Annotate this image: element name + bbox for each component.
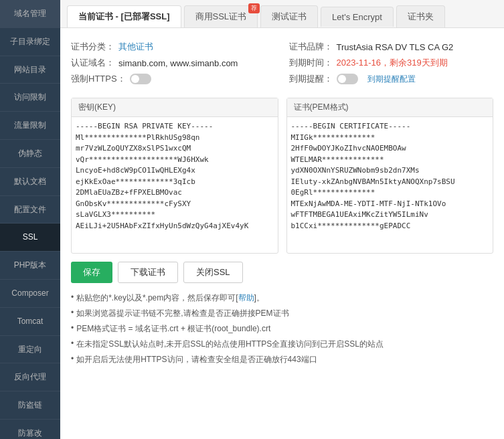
cert-textarea[interactable]: -----BEGIN CERTIFICATE----- MIIGk*******… <box>287 117 493 251</box>
sidebar-item-traffic[interactable]: 流量限制 <box>0 112 60 140</box>
tab-lets-encrypt[interactable]: Let's Encrypt <box>321 7 394 27</box>
sidebar-item-composer[interactable]: Composer <box>0 280 60 308</box>
info-section: 证书分类： 其他证书 认证域名： simanb.com, www.simanb.… <box>71 39 493 87</box>
sidebar-item-domain[interactable]: 域名管理 <box>0 0 60 28</box>
expire-remind-link[interactable]: 到期提醒配置 <box>367 74 416 85</box>
cert-brand-row: 证书品牌： TrustAsia RSA DV TLS CA G2 <box>289 39 494 55</box>
key-textarea[interactable]: -----BEGIN RSA PRIVATE KEY----- Ml******… <box>72 117 278 251</box>
cert-panel: 证书(PEM格式) -----BEGIN CERTIFICATE----- MI… <box>286 98 494 254</box>
key-cert-panels: 密钥(KEY) -----BEGIN RSA PRIVATE KEY----- … <box>71 98 493 254</box>
force-https-toggle[interactable] <box>130 74 151 84</box>
cert-panel-header: 证书(PEM格式) <box>287 98 493 117</box>
cert-domains-label: 认证域名： <box>71 57 114 69</box>
info-left: 证书分类： 其他证书 认证域名： simanb.com, www.simanb.… <box>71 39 276 87</box>
tip-5: 如开启后无法使用HTTPS访问，请检查安全组是否正确放行443端口 <box>71 354 493 365</box>
cert-category-label: 证书分类： <box>71 41 114 53</box>
sidebar-item-redirect[interactable]: 重定向 <box>0 336 60 364</box>
action-buttons: 保存 下载证书 关闭SSL <box>71 262 493 283</box>
sidebar-item-tamper[interactable]: 防篡改 <box>0 420 60 439</box>
sidebar-item-tomcat[interactable]: Tomcat <box>0 308 60 336</box>
save-button[interactable]: 保存 <box>71 262 112 283</box>
key-panel: 密钥(KEY) -----BEGIN RSA PRIVATE KEY----- … <box>71 98 278 254</box>
cert-expire-value: 2023-11-16，剩余319天到期 <box>337 57 448 69</box>
close-ssl-button[interactable]: 关闭SSL <box>183 262 243 283</box>
sidebar-item-rewrite[interactable]: 伪静态 <box>0 140 60 168</box>
tip-4: 在未指定SSL默认站点时,未开启SSL的站点使用HTTPS全直接访问到已开启SS… <box>71 339 493 350</box>
cert-expire-row: 到期时间： 2023-11-16，剩余319天到期 <box>289 55 494 71</box>
key-panel-header: 密钥(KEY) <box>72 98 278 117</box>
sidebar-item-php[interactable]: PHP版本 <box>0 252 60 280</box>
cert-expire-label: 到期时间： <box>289 57 333 69</box>
expire-remind-row: 到期提醒： 到期提醒配置 <box>289 71 494 87</box>
sidebar-item-ssl[interactable]: SSL <box>0 224 60 252</box>
download-cert-button[interactable]: 下载证书 <box>118 262 178 283</box>
sidebar-item-reverse-proxy[interactable]: 反向代理 <box>0 363 60 391</box>
tip-2: 如果浏览器提示证书链不完整,请检查是否正确拼接PEM证书 <box>71 308 493 319</box>
main-panel: 当前证书 - [已部署SSL] 商用SSL证书 荐 测试证书 Let's Enc… <box>60 0 504 439</box>
sidebar: 域名管理 子目录绑定 网站目录 访问限制 流量限制 伪静态 默认文档 配置文件 … <box>0 0 60 439</box>
content-area: 证书分类： 其他证书 认证域名： simanb.com, www.simanb.… <box>60 28 504 439</box>
cert-domains-row: 认证域名： simanb.com, www.simanb.com <box>71 55 276 71</box>
sidebar-item-hotlink[interactable]: 防盗链 <box>0 391 60 420</box>
cert-brand-label: 证书品牌： <box>289 41 333 53</box>
help-link[interactable]: 帮助 <box>238 293 254 302</box>
info-right: 证书品牌： TrustAsia RSA DV TLS CA G2 到期时间： 2… <box>289 39 494 87</box>
cert-domains-value: simanb.com, www.simanb.com <box>118 58 238 68</box>
cert-category-value: 其他证书 <box>118 41 153 53</box>
tab-cert-folder[interactable]: 证书夹 <box>396 5 445 27</box>
tab-commercial-ssl[interactable]: 商用SSL证书 荐 <box>184 5 258 27</box>
tab-current-cert[interactable]: 当前证书 - [已部署SSL] <box>67 5 181 27</box>
sidebar-item-subdir[interactable]: 子目录绑定 <box>0 28 60 56</box>
expire-remind-toggle[interactable] <box>337 74 358 84</box>
sidebar-item-webdir[interactable]: 网站目录 <box>0 56 60 84</box>
force-https-label: 强制HTTPS： <box>71 73 126 85</box>
cert-brand-value: TrustAsia RSA DV TLS CA G2 <box>337 42 454 52</box>
tip-1: 粘贴您的*.key以及*.pem内容，然后保存即可[帮助]。 <box>71 292 493 304</box>
tip-3: PEM格式证书 = 域名证书.crt + 根证书(root_bundle).cr… <box>71 323 493 335</box>
cert-category-row: 证书分类： 其他证书 <box>71 39 276 55</box>
commercial-badge: 荐 <box>248 3 260 13</box>
tab-test-cert[interactable]: 测试证书 <box>260 5 318 27</box>
expire-remind-label: 到期提醒： <box>289 73 333 85</box>
tips-section: 粘贴您的*.key以及*.pem内容，然后保存即可[帮助]。 如果浏览器提示证书… <box>71 292 493 365</box>
force-https-row: 强制HTTPS： <box>71 71 276 87</box>
sidebar-item-default-doc[interactable]: 默认文档 <box>0 168 60 196</box>
sidebar-item-access[interactable]: 访问限制 <box>0 84 60 112</box>
sidebar-item-config[interactable]: 配置文件 <box>0 196 60 224</box>
tab-bar: 当前证书 - [已部署SSL] 商用SSL证书 荐 测试证书 Let's Enc… <box>60 0 504 28</box>
